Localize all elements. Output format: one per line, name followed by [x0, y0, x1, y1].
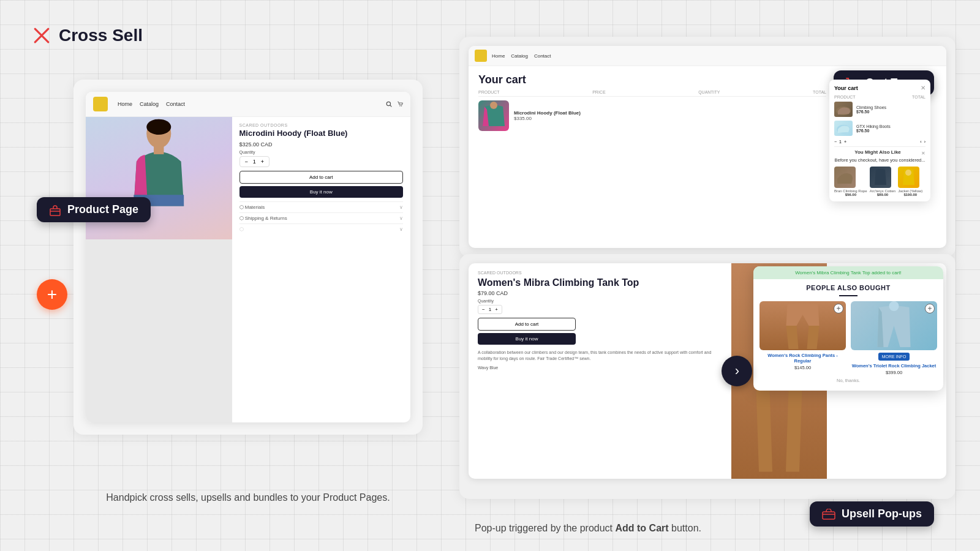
caption-start: Pop-up triggered by the product	[475, 523, 615, 533]
arrow-next-button[interactable]: ›	[722, 356, 752, 386]
mini-qty-arrow-next[interactable]: ›	[924, 140, 925, 144]
popup-item-price-jacket: $399.00	[851, 370, 937, 375]
nav-home[interactable]: Home	[118, 101, 132, 107]
pb-qty-control[interactable]: − 1 +	[478, 305, 502, 314]
cart-nav-home[interactable]: Home	[492, 53, 505, 59]
pb-buy-now[interactable]: Buy it now	[478, 333, 576, 345]
pb-qty-minus[interactable]: −	[482, 307, 485, 312]
cart-item-thumb	[478, 100, 509, 131]
mini-qty-arrow-prev[interactable]: ‹	[920, 140, 921, 144]
cart-store-logo	[475, 50, 487, 62]
upsell-label: Upsell Pop-ups	[842, 508, 922, 520]
product-page-label: Product Page	[67, 203, 138, 216]
add-to-cart-button[interactable]: Add to cart	[239, 171, 404, 184]
mini-qty-minus[interactable]: −	[834, 140, 837, 144]
qty-minus[interactable]: −	[245, 159, 248, 165]
mini-item-info-1: Climbing Shoes $76.50	[856, 105, 925, 114]
cart-title: Your cart	[478, 73, 826, 86]
pb-qty-plus[interactable]: +	[495, 307, 498, 312]
cart-nav-links: Home Catalog Contact	[492, 53, 551, 59]
cart-nav-catalog[interactable]: Catalog	[511, 53, 528, 59]
accordion-materials[interactable]: ⬡ Materials∨	[239, 201, 404, 212]
svg-rect-6	[154, 146, 164, 154]
popup-title-underline	[839, 295, 858, 296]
popup-item-name-jacket: Women's Triolet Rock Climbing Jacket	[851, 363, 937, 369]
qty-plus[interactable]: +	[261, 159, 264, 165]
cart-item-info: Microdini Hoody (Float Blue) $335.00	[514, 110, 826, 121]
product-browser-bottom: SCARED OUTDOORS Women's Mibra Climbing T…	[469, 263, 946, 479]
mini-item-name-2: GTX Hiking Boots	[856, 124, 925, 129]
mini-cart-header: Your cart ✕	[834, 84, 925, 91]
qty-control[interactable]: − 1 +	[239, 156, 270, 167]
cart-icon[interactable]	[397, 101, 403, 107]
cart-content: Your cart PRODUCTPRICEQUANTITYTOTAL Micr…	[469, 66, 946, 203]
svg-rect-14	[50, 209, 60, 216]
mini-cart-item-1: Climbing Shoes $76.50	[834, 102, 925, 117]
mini-item-price-1: $76.50	[856, 110, 925, 114]
accordion-shipping[interactable]: ⬡ Shipping & Returns∨	[239, 212, 404, 223]
store-logo	[93, 97, 108, 111]
popup-overlay: Women's Mibra Climbing Tank Top added to…	[753, 266, 943, 391]
pb-price: $79.00 CAD	[478, 290, 722, 296]
mini-item-img-1	[834, 102, 853, 117]
popup-item-more-info[interactable]: MORE INFO	[878, 353, 910, 361]
cart-item-row: Microdini Hoody (Float Blue) $335.00	[478, 100, 826, 131]
upsell-icon	[822, 509, 835, 520]
product-price: $325.00 CAD	[239, 141, 404, 148]
caption-end: button.	[669, 523, 701, 533]
svg-point-5	[146, 119, 171, 135]
no-thanks-link[interactable]: No, thanks.	[760, 375, 937, 386]
popup-item-pants: + Women's Rock Climbing Pants - Regular …	[760, 301, 846, 375]
product-title: Microdini Hoody (Float Blue)	[239, 129, 404, 139]
popup-item-plus-pants[interactable]: +	[834, 304, 843, 313]
popup-title: PEOPLE ALSO BOUGHT	[760, 284, 937, 291]
box-icon	[49, 204, 61, 216]
browser-nav-bar: Home Catalog Contact	[86, 92, 410, 117]
cart-item-price: $335.00	[514, 116, 826, 121]
svg-rect-23	[823, 512, 835, 519]
cart-nav-contact[interactable]: Contact	[534, 53, 551, 59]
search-icon[interactable]	[386, 101, 392, 107]
pb-title: Women's Mibra Climbing Tank Top	[478, 277, 722, 288]
product-page-badge: Product Page	[37, 197, 151, 222]
mini-item-price-2: $76.50	[856, 129, 925, 133]
mini-qty-plus[interactable]: +	[844, 140, 846, 144]
right-bottom-caption: Pop-up triggered by the product Add to C…	[475, 523, 701, 534]
mini-rec-3: Jacket (Yellow) $190.00	[898, 167, 922, 197]
mini-cart-title: Your cart	[834, 85, 858, 91]
plus-button-left[interactable]: +	[37, 279, 67, 310]
brand-name: Cross Sell	[59, 26, 143, 45]
cart-item-name: Microdini Hoody (Float Blue)	[514, 110, 826, 116]
mini-rec-price-1: $56.00	[834, 193, 867, 197]
popup-item-img-jacket: +	[851, 301, 937, 350]
caption-bold: Add to Cart	[615, 523, 668, 533]
popup-people-also: PEOPLE ALSO BOUGHT + Women'	[753, 279, 943, 391]
buy-now-button[interactable]: Buy it now	[239, 186, 404, 198]
cart-nav: Home Catalog Contact	[469, 46, 946, 66]
mini-rec-img-1	[834, 167, 856, 188]
popup-item-price-pants: $145.00	[760, 365, 846, 370]
nav-icons	[386, 101, 403, 107]
nav-catalog[interactable]: Catalog	[140, 101, 159, 107]
mini-also-like-title: You Might Also Like	[834, 149, 921, 155]
product-info: SCARED OUTDOORS Microdini Hoody (Float B…	[232, 117, 411, 422]
mini-rec-2: Arc'teryx Cotten $89.00	[870, 167, 896, 197]
mini-cart-divider	[834, 146, 925, 147]
pb-description: A collaboration between our climbers and…	[478, 350, 722, 362]
accordion-other[interactable]: ⬡∨	[239, 223, 404, 234]
mini-cart-close-icon[interactable]: ✕	[921, 84, 925, 91]
mini-item-name-1: Climbing Shoes	[856, 105, 925, 110]
mini-qty-controls: − 1 + ‹ ›	[834, 140, 925, 144]
svg-point-16	[490, 102, 497, 109]
right-top-panel: Home Catalog Contact Your cart PRODUCTPR…	[459, 37, 956, 257]
popup-item-plus-jacket[interactable]: +	[925, 304, 935, 313]
left-panel: Home Catalog Contact	[74, 80, 423, 435]
svg-point-0	[386, 102, 390, 105]
also-like-close-icon[interactable]: ✕	[921, 151, 925, 156]
nav-contact[interactable]: Contact	[166, 101, 185, 107]
pb-add-to-cart[interactable]: Add to cart	[478, 318, 576, 331]
product-brand: SCARED OUTDOORS	[239, 123, 404, 127]
popup-item-jacket: + MORE INFO Women's Triolet Rock Climbin…	[851, 301, 937, 375]
mini-rec-1: Bran Climbing Rope $56.00	[834, 167, 867, 197]
cart-headers: PRODUCTPRICEQUANTITYTOTAL	[478, 90, 826, 97]
